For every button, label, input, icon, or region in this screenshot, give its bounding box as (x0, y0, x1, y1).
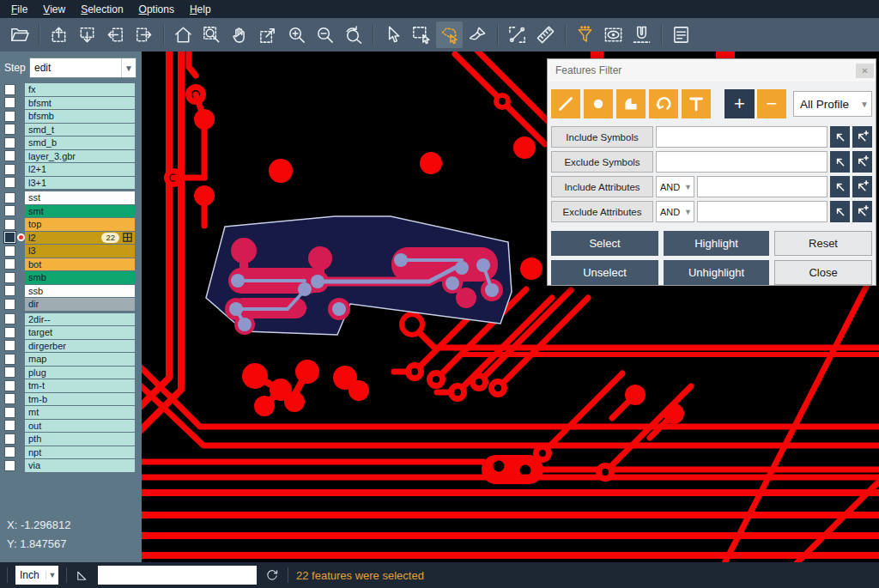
menu-help[interactable]: Help (182, 2, 219, 17)
layer-row[interactable]: smb (0, 271, 142, 284)
pick-from-canvas-icon[interactable] (830, 126, 850, 148)
layer-row[interactable]: l222 (0, 232, 142, 245)
layer-name-cell[interactable]: target (25, 326, 135, 339)
layer-name-cell[interactable]: 2dir-- (25, 313, 135, 326)
layer-row[interactable]: sst (0, 191, 142, 204)
layer-row[interactable]: layer_3.gbr (0, 150, 142, 163)
layer-row[interactable]: tm-t (0, 379, 142, 392)
layer-visibility-checkbox[interactable] (4, 367, 15, 378)
layer-name-cell[interactable]: mt (25, 406, 135, 419)
arc-icon[interactable] (649, 89, 678, 118)
layer-row[interactable]: l2+1 (0, 163, 142, 176)
grid-icon[interactable] (123, 233, 132, 242)
layer-name-cell[interactable]: l222 (25, 232, 135, 245)
pan-down-icon[interactable] (74, 21, 100, 48)
layer-visibility-checkbox[interactable] (4, 407, 15, 418)
view-options-icon[interactable] (600, 21, 627, 48)
layer-row[interactable]: pth (0, 433, 142, 446)
layer-visibility-checkbox[interactable] (4, 313, 15, 324)
layer-name-cell[interactable]: plug (25, 367, 135, 379)
layer-name-cell[interactable]: dir (25, 298, 135, 311)
layer-name-cell[interactable]: sst (25, 191, 135, 204)
layer-name-cell[interactable]: bfsmb (25, 110, 135, 123)
layer-visibility-checkbox[interactable] (4, 433, 15, 445)
unselect-button[interactable]: Unselect (551, 260, 658, 285)
zoom-out-icon[interactable] (312, 21, 338, 48)
unit-select[interactable]: Inch ▼ (15, 566, 58, 585)
pick-from-canvas-icon[interactable] (830, 201, 850, 222)
layer-row[interactable]: plug (0, 367, 142, 379)
layer-visibility-checkbox[interactable] (4, 380, 15, 391)
layer-row[interactable]: l3 (0, 245, 142, 258)
layer-name-cell[interactable]: smd_t (25, 124, 135, 136)
layer-row[interactable]: ssb (0, 285, 142, 298)
command-input[interactable] (98, 566, 257, 585)
layer-visibility-checkbox[interactable] (4, 340, 15, 351)
layer-visibility-checkbox[interactable] (4, 272, 15, 283)
layer-row[interactable]: npt (0, 446, 142, 459)
layer-name-cell[interactable]: l3+1 (25, 177, 135, 190)
zoom-in-icon[interactable] (283, 21, 310, 48)
line-icon[interactable] (551, 89, 580, 118)
angle-measure-icon[interactable] (75, 567, 90, 583)
layer-row[interactable]: dirgerber (0, 340, 142, 353)
include-symbols-button[interactable]: Include Symbols (551, 126, 653, 148)
layer-name-cell[interactable]: l2+1 (25, 163, 135, 176)
open-icon[interactable] (6, 21, 33, 48)
pan-up-icon[interactable] (45, 21, 72, 48)
pick-add-from-canvas-icon[interactable] (852, 176, 872, 197)
highlight-button[interactable]: Highlight (664, 231, 769, 256)
layer-visibility-checkbox[interactable] (4, 232, 15, 243)
snap-magnet-icon[interactable] (628, 21, 655, 48)
layer-row[interactable]: 2dir-- (0, 313, 142, 326)
layer-visibility-checkbox[interactable] (4, 246, 15, 257)
layer-name-cell[interactable]: dirgerber (25, 340, 135, 353)
exclude-symbols-button[interactable]: Exclude Symbols (551, 151, 653, 173)
exclude-attributes-operator-select[interactable]: AND▼ (656, 201, 694, 222)
layer-name-cell[interactable]: via (25, 459, 135, 472)
select-button[interactable]: Select (551, 231, 658, 256)
layer-name-cell[interactable]: top (25, 218, 135, 231)
pad-icon[interactable] (584, 89, 613, 118)
layer-row[interactable]: smd_b (0, 136, 142, 149)
layer-visibility-checkbox[interactable] (4, 192, 15, 203)
remove-filter-button[interactable]: − (757, 89, 786, 118)
layer-row[interactable]: via (0, 459, 142, 472)
dialog-title-bar[interactable]: Features Filter ✕ (548, 59, 876, 82)
include-attributes-operator-select[interactable]: AND▼ (656, 176, 694, 197)
pick-add-from-canvas-icon[interactable] (852, 151, 872, 173)
exclude-attributes-button[interactable]: Exclude Attributes (551, 201, 653, 222)
layer-name-cell[interactable]: bot (25, 258, 135, 271)
measure-ruler-icon[interactable] (532, 21, 559, 48)
include-attributes-button[interactable]: Include Attributes (551, 176, 653, 197)
text-icon[interactable] (682, 89, 711, 118)
layer-name-cell[interactable]: tm-t (25, 379, 135, 392)
layer-row[interactable]: bfsmb (0, 110, 142, 123)
layer-visibility-checkbox[interactable] (4, 420, 15, 431)
pan-right-icon[interactable] (130, 21, 157, 48)
select-rect-icon[interactable] (408, 21, 434, 48)
exclude-attributes-input[interactable] (697, 201, 827, 222)
home-icon[interactable] (170, 21, 197, 48)
layer-name-cell[interactable]: out (25, 420, 135, 433)
layer-visibility-checkbox[interactable] (4, 219, 15, 230)
layer-visibility-checkbox[interactable] (4, 285, 15, 296)
layer-row[interactable]: l3+1 (0, 177, 142, 190)
select-polygon-icon[interactable] (436, 21, 463, 48)
unhighlight-button[interactable]: Unhighlight (664, 260, 769, 285)
pan-hand-icon[interactable] (227, 21, 253, 48)
layer-visibility-checkbox[interactable] (4, 299, 15, 310)
reset-button[interactable]: Reset (774, 231, 872, 256)
layer-visibility-checkbox[interactable] (4, 354, 15, 365)
layer-name-cell[interactable]: bfsmt (25, 97, 135, 110)
refresh-icon[interactable] (264, 567, 280, 583)
profile-select[interactable]: All Profile ▼ (793, 91, 872, 117)
layer-visibility-checkbox[interactable] (4, 258, 15, 270)
zoom-previous-icon[interactable] (340, 21, 367, 48)
pick-add-from-canvas-icon[interactable] (852, 201, 872, 222)
layer-name-cell[interactable]: map (25, 353, 135, 366)
layer-visibility-checkbox[interactable] (4, 97, 15, 108)
close-icon[interactable]: ✕ (856, 64, 874, 78)
pan-left-icon[interactable] (102, 21, 129, 48)
layer-name-cell[interactable]: pth (25, 433, 135, 446)
